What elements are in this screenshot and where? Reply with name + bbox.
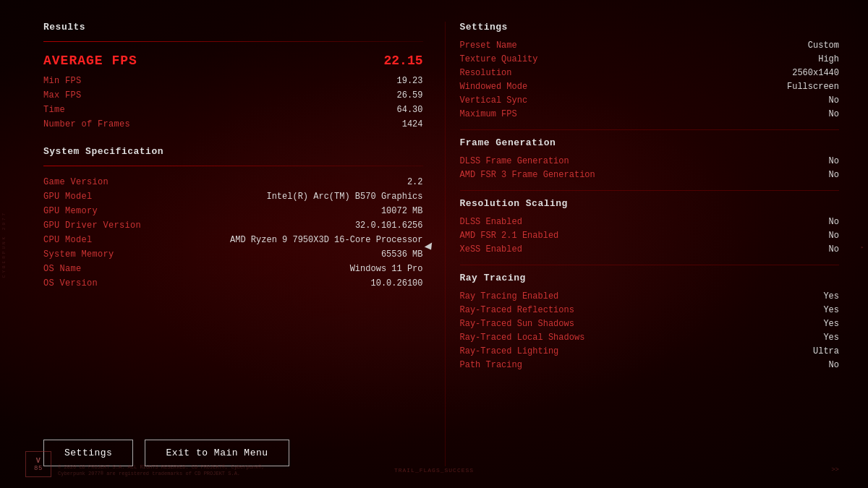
vsync-value: No	[829, 95, 839, 106]
path-tracing-label: Path Tracing	[460, 360, 522, 370]
os-version-row: OS Version 10.0.26100	[43, 276, 423, 291]
rt-local-shadows-row: Ray-Traced Local Shadows Yes	[460, 330, 840, 344]
frames-label: Number of Frames	[43, 119, 130, 129]
gpu-model-label: GPU Model	[43, 192, 93, 202]
time-row: Time 64.30	[43, 103, 423, 117]
amd-fsr3-value: No	[829, 170, 839, 180]
windowed-mode-label: Windowed Mode	[460, 82, 528, 92]
rt-local-shadows-label: Ray-Traced Local Shadows	[460, 333, 585, 343]
rt-sun-shadows-value: Yes	[823, 319, 839, 329]
rt-lighting-label: Ray-Traced Lighting	[460, 346, 559, 356]
rt-sun-shadows-row: Ray-Traced Sun Shadows Yes	[460, 317, 840, 330]
sys-memory-row: System Memory 65536 MB	[43, 247, 423, 262]
texture-quality-label: Texture Quality	[460, 54, 538, 64]
specs-divider	[43, 166, 423, 166]
dlss-frame-gen-label: DLSS Frame Generation	[460, 156, 569, 166]
amd-fsr21-label: AMD FSR 2.1 Enabled	[460, 231, 559, 241]
exit-menu-button[interactable]: Exit to Main Menu	[145, 440, 289, 466]
rt-lighting-row: Ray-Traced Lighting Ultra	[460, 344, 840, 358]
amd-fsr3-label: AMD FSR 3 Frame Generation	[460, 170, 595, 180]
path-tracing-value: No	[829, 360, 839, 370]
game-version-value: 2.2	[407, 177, 423, 187]
rt-enabled-label: Ray Tracing Enabled	[460, 291, 559, 301]
time-value: 64.30	[396, 105, 422, 115]
frames-value: 1424	[402, 119, 423, 129]
cpu-model-value: AMD Ryzen 9 7950X3D 16-Core Processor	[230, 235, 422, 245]
gpu-memory-label: GPU Memory	[43, 206, 98, 216]
min-fps-row: Min FPS 19.23	[43, 74, 423, 88]
dlss-enabled-label: DLSS Enabled	[460, 217, 522, 227]
gpu-model-row: GPU Model Intel(R) Arc(TM) B570 Graphics	[43, 189, 423, 204]
os-name-value: Windows 11 Pro	[350, 264, 423, 274]
rt-reflections-row: Ray-Traced Reflections Yes	[460, 303, 840, 317]
gpu-memory-row: GPU Memory 10072 MB	[43, 204, 423, 218]
bottom-right-symbol: >>	[831, 466, 839, 474]
windowed-mode-value: Fullscreen	[787, 82, 839, 92]
resolution-label: Resolution	[460, 68, 512, 78]
bottom-center-code: TRAIL_FLAGS_SUCCESS	[394, 467, 474, 474]
settings-section: Settings Preset Name Custom Texture Qual…	[460, 22, 840, 121]
results-title: Results	[43, 22, 423, 35]
vsync-row: Vertical Sync No	[460, 93, 840, 107]
min-fps-label: Min FPS	[43, 76, 82, 86]
ray-tracing-section: Ray Tracing Ray Tracing Enabled Yes Ray-…	[460, 265, 840, 372]
windowed-mode-row: Windowed Mode Fullscreen	[460, 80, 840, 93]
max-fps-row: Max FPS 26.59	[43, 88, 423, 103]
amd-fsr3-row: AMD FSR 3 Frame Generation No	[460, 168, 840, 181]
rt-local-shadows-value: Yes	[823, 333, 839, 343]
game-version-label: Game Version	[43, 177, 109, 187]
os-version-value: 10.0.26100	[370, 278, 422, 288]
rt-sun-shadows-label: Ray-Traced Sun Shadows	[460, 319, 574, 329]
preset-row: Preset Name Custom	[460, 38, 840, 52]
ray-tracing-title: Ray Tracing	[460, 273, 840, 283]
game-version-row: Game Version 2.2	[43, 175, 423, 189]
right-panel: Settings Preset Name Custom Texture Qual…	[445, 22, 840, 466]
sys-memory-value: 65536 MB	[381, 249, 423, 260]
os-name-label: OS Name	[43, 264, 82, 274]
rt-lighting-value: Ultra	[813, 346, 839, 356]
cpu-model-row: CPU Model AMD Ryzen 9 7950X3D 16-Core Pr…	[43, 233, 423, 247]
max-fps-value: No	[829, 109, 839, 119]
avg-fps-row: Average FPS 22.15	[43, 51, 423, 74]
max-fps-row: Maximum FPS No	[460, 107, 840, 121]
xess-row: XeSS Enabled No	[460, 242, 840, 256]
texture-quality-value: High	[818, 54, 839, 64]
right-edge-decoration: ▸	[859, 244, 865, 252]
texture-quality-row: Texture Quality High	[460, 52, 840, 66]
time-label: Time	[43, 105, 65, 115]
dlss-enabled-row: DLSS Enabled No	[460, 215, 840, 228]
bottom-legal-text: © 2020 CD PROJEKT S.A. ALL RIGHTS RESERV…	[58, 464, 275, 477]
os-version-label: OS Version	[43, 278, 98, 288]
avg-fps-value: 22.15	[383, 53, 422, 68]
sys-memory-label: System Memory	[43, 249, 114, 260]
max-fps-value: 26.59	[396, 90, 422, 100]
os-name-row: OS Name Windows 11 Pro	[43, 262, 423, 276]
version-badge: V 85	[25, 451, 51, 477]
xess-label: XeSS Enabled	[460, 244, 522, 254]
gpu-driver-value: 32.0.101.6256	[355, 221, 423, 231]
vsync-label: Vertical Sync	[460, 95, 528, 106]
cpu-model-label: CPU Model	[43, 235, 93, 245]
xess-value: No	[829, 244, 839, 254]
gpu-driver-row: GPU Driver Version 32.0.101.6256	[43, 218, 423, 233]
resolution-value: 2560x1440	[792, 68, 839, 78]
left-panel: Results Average FPS 22.15 Min FPS 19.23 …	[43, 22, 445, 466]
specs-section: System Specification Game Version 2.2 GP…	[43, 146, 423, 291]
preset-label: Preset Name	[460, 40, 517, 51]
specs-title: System Specification	[43, 146, 423, 160]
results-section: Results Average FPS 22.15 Min FPS 19.23 …	[43, 22, 423, 132]
badge-v: V	[36, 457, 41, 465]
results-rows: Min FPS 19.23 Max FPS 26.59 Time 64.30 N…	[43, 74, 423, 132]
rt-reflections-value: Yes	[823, 305, 839, 315]
resolution-row: Resolution 2560x1440	[460, 66, 840, 80]
rt-enabled-row: Ray Tracing Enabled Yes	[460, 289, 840, 303]
settings-button[interactable]: Settings	[43, 440, 133, 466]
max-fps-label: Maximum FPS	[460, 109, 517, 119]
min-fps-value: 19.23	[396, 76, 422, 86]
avg-fps-label: Average FPS	[43, 53, 137, 68]
dlss-enabled-value: No	[829, 217, 839, 227]
rt-enabled-value: Yes	[823, 291, 839, 301]
frames-row: Number of Frames 1424	[43, 117, 423, 132]
gpu-model-value: Intel(R) Arc(TM) B570 Graphics	[266, 192, 422, 202]
path-tracing-row: Path Tracing No	[460, 358, 840, 372]
